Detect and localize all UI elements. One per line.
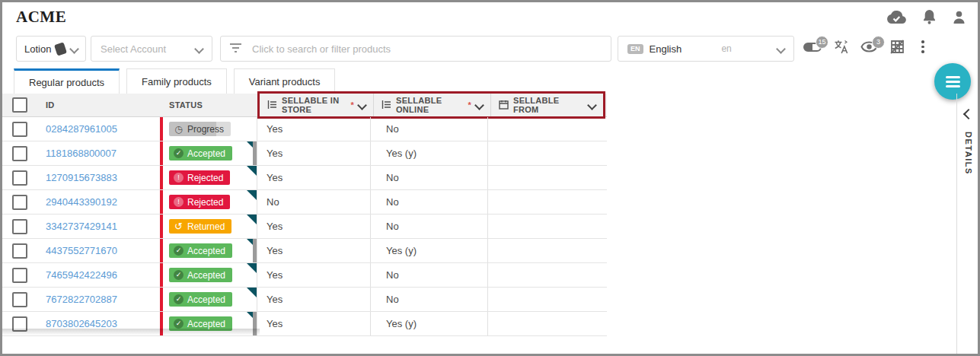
- status-label: Returned: [187, 222, 225, 231]
- language-select[interactable]: EN English en: [618, 36, 794, 62]
- list-attribute-icon: [267, 100, 277, 111]
- row-checkbox[interactable]: [12, 243, 27, 259]
- row-checkbox[interactable]: [12, 146, 27, 161]
- product-id-link[interactable]: 8703802645203: [46, 318, 117, 329]
- status-badge: ✓ Accepted: [169, 146, 232, 161]
- frozen-pane-shadow: [2, 329, 260, 335]
- chevron-down-icon[interactable]: [357, 100, 367, 110]
- column-header-sellable-from[interactable]: SELLABLE FROM: [491, 94, 603, 116]
- cell-from[interactable]: [488, 166, 600, 189]
- status-badge: ↺ Returned: [169, 219, 231, 234]
- cell-store[interactable]: No: [257, 190, 371, 214]
- tab-family-products[interactable]: Family products: [126, 68, 227, 94]
- cell-online[interactable]: Yes (y): [371, 239, 488, 262]
- cell-from[interactable]: [488, 215, 600, 238]
- status-cell: ✓ Accepted: [163, 288, 253, 311]
- cell-online[interactable]: No: [371, 117, 488, 141]
- details-panel[interactable]: DETAILS: [956, 94, 980, 354]
- status-icon: ✓: [174, 294, 184, 304]
- required-asterisk: *: [350, 100, 354, 110]
- product-id-link[interactable]: 4437552771670: [46, 245, 117, 256]
- status-label: Accepted: [187, 319, 225, 329]
- cell-store[interactable]: Yes: [257, 141, 371, 165]
- cell-from[interactable]: [488, 263, 600, 287]
- status-cell: ! Rejected: [163, 166, 253, 189]
- column-header-sellable-online[interactable]: SELLABLE ONLINE *: [374, 94, 491, 116]
- chevron-down-icon: [194, 44, 204, 54]
- status-icon: ✓: [174, 270, 184, 280]
- product-tabs: Regular products Family products Variant…: [14, 68, 335, 94]
- table-row: 1270915673883 ! Rejected Yes No: [2, 166, 607, 190]
- status-cell: ◷ Progress: [163, 117, 253, 141]
- product-id-link[interactable]: 1181868800007: [46, 148, 117, 159]
- status-cell: ✓ Accepted: [163, 239, 253, 262]
- cell-store[interactable]: Yes: [257, 312, 371, 335]
- cell-online[interactable]: No: [371, 190, 488, 214]
- search-input[interactable]: [251, 43, 602, 56]
- cell-store[interactable]: Yes: [257, 166, 371, 189]
- row-checkbox[interactable]: [12, 268, 27, 283]
- status-icon: ✓: [174, 246, 184, 256]
- tab-regular-products[interactable]: Regular products: [14, 68, 120, 94]
- product-id-link[interactable]: 0284287961005: [46, 123, 117, 135]
- cell-from[interactable]: [488, 288, 600, 311]
- cell-from[interactable]: [488, 190, 600, 214]
- watch-eye-icon[interactable]: 3: [860, 41, 878, 52]
- cell-store[interactable]: Yes: [257, 117, 371, 141]
- row-marker: [253, 141, 257, 165]
- catalog-select[interactable]: Lotion: [16, 36, 86, 62]
- required-asterisk: *: [468, 100, 471, 110]
- chevron-left-icon[interactable]: [963, 109, 974, 119]
- table-row: 7465942422496 ✓ Accepted Yes No: [2, 263, 607, 288]
- cell-store[interactable]: Yes: [257, 288, 371, 311]
- select-all-checkbox[interactable]: [12, 97, 27, 113]
- cell-from[interactable]: [488, 117, 600, 141]
- cell-store[interactable]: Yes: [257, 239, 371, 262]
- product-id-link[interactable]: 7465942422496: [46, 269, 117, 281]
- chevron-down-icon[interactable]: [587, 100, 597, 110]
- row-checkbox[interactable]: [12, 219, 27, 234]
- product-id-link[interactable]: 1270915673883: [46, 172, 117, 183]
- product-id-link[interactable]: 3342737429141: [46, 221, 117, 232]
- cell-online[interactable]: No: [371, 215, 488, 238]
- row-checkbox[interactable]: [12, 122, 27, 137]
- product-id-link[interactable]: 7672822702887: [46, 294, 117, 305]
- cell-online[interactable]: Yes (y): [371, 141, 488, 165]
- cell-from[interactable]: [488, 141, 600, 165]
- status-label: Accepted: [187, 246, 225, 256]
- cell-online[interactable]: Yes (y): [371, 312, 488, 335]
- highlighted-column-group: SELLABLE IN STORE * SELLABLE ONLINE *: [260, 94, 603, 116]
- status-badge: ! Rejected: [169, 170, 230, 185]
- status-badge: ! Rejected: [169, 195, 230, 209]
- more-options-icon[interactable]: [917, 39, 929, 55]
- row-checkbox[interactable]: [12, 195, 27, 210]
- column-header-id[interactable]: ID: [37, 94, 163, 116]
- translate-icon[interactable]: [834, 40, 848, 54]
- status-badge: ✓ Accepted: [169, 268, 232, 282]
- row-checkbox[interactable]: [12, 292, 27, 307]
- cell-store[interactable]: Yes: [257, 215, 371, 238]
- table-row: 4437552771670 ✓ Accepted Yes Yes (y): [2, 239, 607, 263]
- grid-off-icon[interactable]: [890, 40, 905, 54]
- cell-online[interactable]: No: [371, 263, 488, 287]
- status-label: Rejected: [187, 198, 223, 207]
- search-box[interactable]: [220, 36, 611, 62]
- product-id-link[interactable]: 2940443390192: [46, 196, 117, 208]
- cell-store[interactable]: Yes: [257, 263, 371, 287]
- account-select[interactable]: Select Account: [91, 36, 212, 62]
- chevron-down-icon[interactable]: [474, 100, 484, 110]
- notifications-icon[interactable]: [923, 10, 936, 24]
- language-code-badge: EN: [627, 44, 643, 54]
- cell-online[interactable]: No: [371, 166, 488, 189]
- column-header-sellable-in-store[interactable]: SELLABLE IN STORE *: [260, 94, 374, 116]
- user-icon[interactable]: [953, 11, 966, 24]
- cell-from[interactable]: [488, 239, 600, 262]
- row-checkbox[interactable]: [12, 170, 27, 186]
- status-icon: !: [174, 173, 184, 183]
- completeness-pill-icon[interactable]: 15: [803, 41, 822, 52]
- cloud-sync-icon[interactable]: [886, 11, 906, 24]
- tab-variant-products[interactable]: Variant products: [234, 68, 336, 94]
- cell-online[interactable]: No: [371, 288, 488, 311]
- cell-from[interactable]: [488, 312, 600, 335]
- column-header-status[interactable]: STATUS: [163, 94, 256, 116]
